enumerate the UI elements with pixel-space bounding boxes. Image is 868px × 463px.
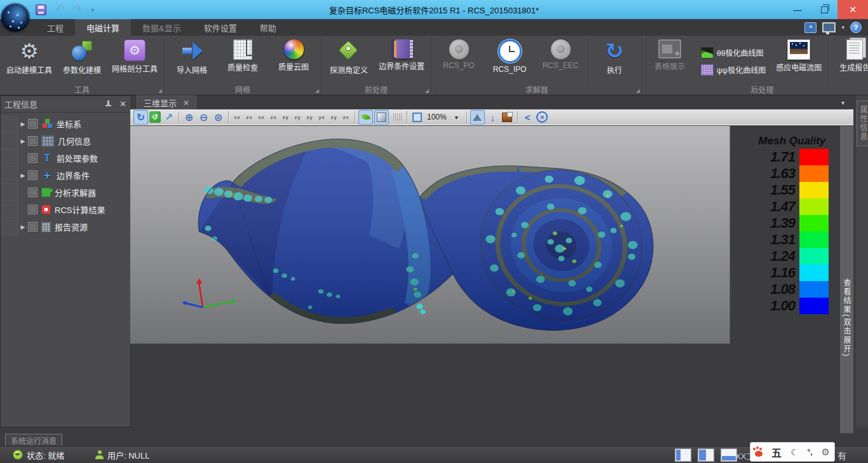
- leaf-icon[interactable]: [358, 110, 373, 125]
- report-icon: [846, 39, 863, 60]
- snapshot-icon[interactable]: [501, 111, 514, 124]
- shade-icon[interactable]: [374, 110, 389, 125]
- table-view-icon: [658, 39, 681, 59]
- view-xz-button[interactable]: xz: [256, 111, 267, 123]
- surface-icon[interactable]: [470, 110, 485, 125]
- menu-tab[interactable]: 帮助: [248, 19, 288, 36]
- tree-checkbox[interactable]: [28, 153, 37, 163]
- zoom-level-value[interactable]: 100%: [427, 113, 447, 121]
- group-dialog-launcher-icon[interactable]: [315, 89, 319, 93]
- tab-3d-view[interactable]: 三维显示 ✕: [137, 95, 196, 109]
- display-caret-icon[interactable]: ▾: [841, 24, 844, 31]
- restore-button[interactable]: [811, 0, 837, 19]
- tree-item-边界条件[interactable]: ▶边界条件: [1, 167, 130, 184]
- view-zy-button[interactable]: zy: [292, 111, 303, 123]
- results-strip[interactable]: 查看结果(双击展开): [840, 126, 853, 433]
- layout-buttons: [675, 448, 737, 462]
- view-zy-button[interactable]: zy: [304, 111, 315, 123]
- arrow-down-icon[interactable]: [486, 111, 499, 124]
- app-logo-icon[interactable]: [1, 4, 29, 32]
- zoom-out-icon[interactable]: [197, 111, 210, 124]
- tab-close-icon[interactable]: ✕: [183, 99, 189, 107]
- tree-checkbox[interactable]: [28, 222, 37, 232]
- legend-row: 1.16: [756, 265, 829, 281]
- tree-checkbox[interactable]: [28, 188, 37, 197]
- tree-item-前处理参数[interactable]: 前处理参数: [1, 149, 130, 167]
- ime-logo-icon[interactable]: [755, 451, 763, 457]
- probe-angle-button[interactable]: 探测角定义: [324, 38, 374, 84]
- tree-item-报告资源[interactable]: ▶报告资源: [1, 218, 130, 235]
- caret-down-icon[interactable]: [450, 111, 463, 124]
- rotate-icon[interactable]: [133, 110, 148, 125]
- modeling-gear-button[interactable]: 启动建模工具: [3, 38, 56, 84]
- layout-left-panel-button[interactable]: [675, 448, 691, 462]
- view-zx-button[interactable]: zx: [244, 111, 255, 123]
- zoom-in-icon[interactable]: [182, 111, 196, 124]
- expand-arrow-icon[interactable]: ▶: [18, 138, 28, 144]
- quality-check-button[interactable]: 质量检查: [218, 38, 268, 84]
- ime-settings-icon[interactable]: ⚙: [822, 446, 830, 458]
- expand-arrow-icon[interactable]: ▶: [18, 172, 28, 179]
- tree-item-RCS计算结果[interactable]: RCS计算结果: [1, 201, 130, 218]
- tree-item-坐标系[interactable]: ▶坐标系: [1, 115, 130, 132]
- menu-tab[interactable]: 电磁计算: [75, 19, 131, 36]
- tree-item-分析求解器[interactable]: 分析求解器: [1, 184, 130, 201]
- theta-chart-icon: [701, 47, 714, 59]
- view-zx-button[interactable]: zx: [341, 111, 351, 123]
- zoom-box-icon[interactable]: [410, 111, 424, 124]
- import-mesh-button[interactable]: 导入网格: [167, 38, 217, 84]
- close-button[interactable]: ✕: [837, 0, 868, 19]
- pin-icon[interactable]: [104, 100, 112, 108]
- system-messages-tab[interactable]: 系统运行消息: [5, 434, 62, 446]
- pan-icon[interactable]: [162, 111, 175, 124]
- menu-tab[interactable]: 软件设置: [193, 19, 248, 36]
- tree-checkbox[interactable]: [28, 170, 37, 180]
- report-button[interactable]: 生成报告: [828, 38, 868, 84]
- view-zy-button[interactable]: zy: [280, 111, 291, 123]
- psi-chart-button[interactable]: ψψ极化曲线图: [701, 64, 766, 76]
- current-map-button[interactable]: 感应电磁流图: [772, 38, 825, 84]
- group-dialog-launcher-icon[interactable]: [425, 89, 429, 93]
- view-yx-button[interactable]: yx: [316, 111, 327, 123]
- collapse-ribbon-icon[interactable]: ^: [804, 22, 817, 33]
- ime-punct-icon[interactable]: °,: [807, 448, 812, 457]
- display-icon[interactable]: [822, 22, 836, 32]
- menu-tab[interactable]: 数据&显示: [131, 19, 193, 36]
- view-zy-button[interactable]: zy: [329, 111, 339, 123]
- rcs-ipo-button[interactable]: RCS_IPO: [485, 38, 534, 84]
- tree-checkbox[interactable]: [28, 136, 37, 146]
- ribbon-group-前处理: 探测角定义边界条件设置前处理: [322, 36, 431, 95]
- view-xz-button[interactable]: xz: [232, 111, 243, 123]
- zoom-fit-icon[interactable]: [212, 111, 225, 124]
- layout-wide-panel-button[interactable]: [698, 448, 714, 462]
- legend-swatch: [799, 165, 829, 182]
- minimize-button[interactable]: —: [784, 0, 811, 19]
- close-circle-icon[interactable]: [536, 111, 549, 124]
- help-icon[interactable]: ?: [850, 22, 862, 33]
- boundary-book-button[interactable]: 边界条件设置: [375, 38, 428, 84]
- param-model-button[interactable]: 参数化建模: [57, 38, 107, 84]
- view-zx-button[interactable]: zx: [268, 111, 279, 123]
- quality-cloud-button[interactable]: 质量云图: [269, 38, 318, 84]
- execute-button[interactable]: 执行: [588, 38, 639, 84]
- title-bar: ↶ ↷ ▾ 复杂目标RCS电磁分析软件2015 R1 - RCS_2015031…: [0, 0, 868, 19]
- model-canvas[interactable]: Mesh Quality 1.711.631.551.471.391.311.2…: [130, 126, 840, 433]
- properties-tab[interactable]: 属性信息: [857, 100, 868, 146]
- group-dialog-launcher-icon[interactable]: [158, 89, 162, 93]
- expand-arrow-icon[interactable]: ▶: [18, 224, 28, 230]
- tree-checkbox[interactable]: [28, 205, 37, 214]
- expand-arrow-icon[interactable]: ▶: [18, 121, 28, 127]
- ime-fullhalf-icon[interactable]: ☾: [790, 447, 799, 457]
- menu-tab[interactable]: 工程: [36, 19, 75, 36]
- share-icon[interactable]: [521, 111, 534, 124]
- mesh-tool-button[interactable]: 网格剖分工具: [108, 38, 161, 84]
- group-dialog-launcher-icon[interactable]: [636, 89, 640, 93]
- orbit-icon[interactable]: [149, 111, 161, 123]
- ime-mode-label[interactable]: 五: [771, 445, 782, 460]
- tabbar-caret-icon[interactable]: ▾: [841, 99, 844, 106]
- panel-close-icon[interactable]: ✕: [119, 99, 126, 109]
- theta-chart-button[interactable]: θθ极化曲线图: [701, 47, 766, 59]
- tree-checkbox[interactable]: [28, 119, 37, 128]
- grid-dots-icon[interactable]: [390, 111, 403, 124]
- tree-item-几何信息[interactable]: ▶几何信息: [1, 132, 130, 149]
